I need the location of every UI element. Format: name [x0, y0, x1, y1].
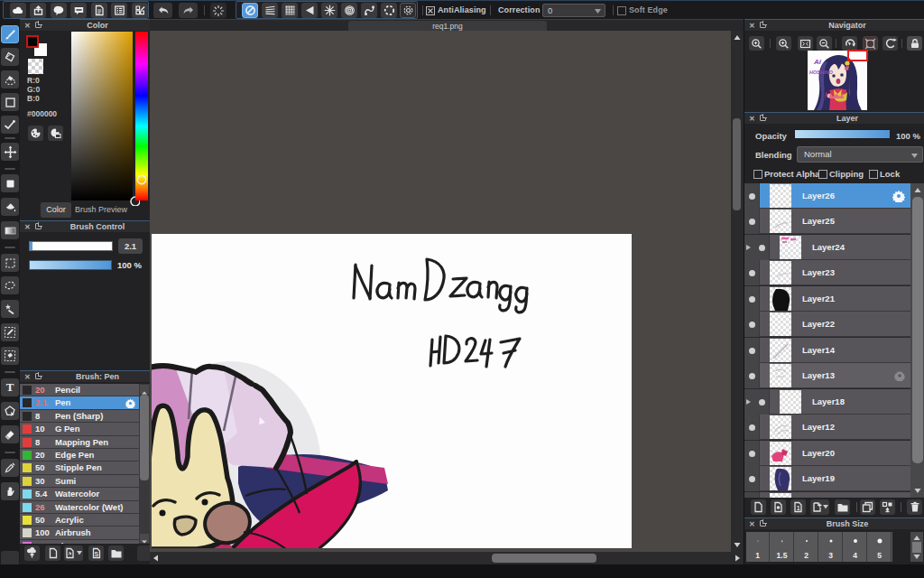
svg-text:Ai: Ai — [813, 58, 822, 66]
svg-text:1: 1 — [797, 505, 800, 511]
svg-text:HOSHINO: HOSHINO — [809, 70, 833, 75]
svg-text:S: S — [94, 551, 98, 557]
